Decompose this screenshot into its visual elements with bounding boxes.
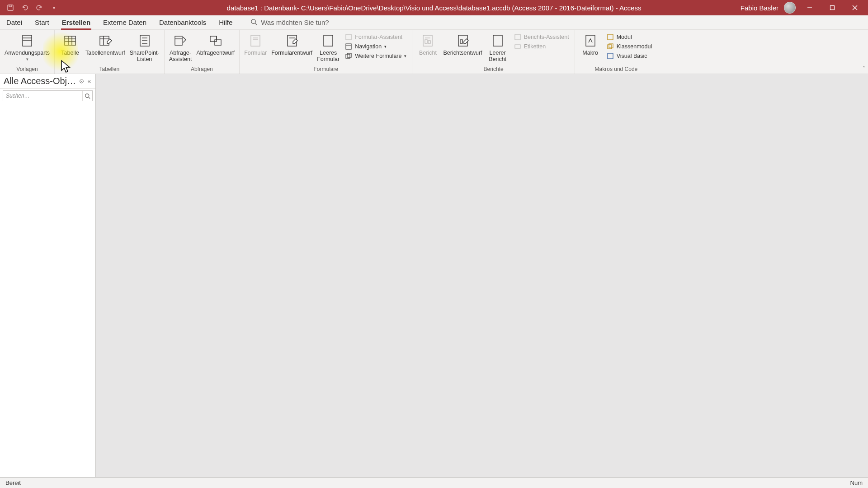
klassenmodul-button[interactable]: Klassenmodul bbox=[604, 42, 655, 51]
status-right: Num bbox=[850, 479, 863, 486]
etiketten-label: Etiketten bbox=[524, 43, 546, 50]
user-name[interactable]: Fabio Basler bbox=[741, 4, 778, 12]
abfrageentwurf-label: Abfrageentwurf bbox=[196, 50, 235, 56]
nav-collapse-icon[interactable]: « bbox=[86, 78, 93, 84]
navigation-label: Navigation bbox=[355, 43, 382, 50]
visual-basic-button[interactable]: Visual Basic bbox=[604, 52, 655, 61]
minimize-button[interactable] bbox=[801, 0, 818, 15]
report-icon bbox=[420, 33, 436, 49]
table-icon bbox=[62, 33, 78, 49]
svg-rect-39 bbox=[423, 35, 432, 46]
svg-rect-38 bbox=[347, 53, 351, 57]
modul-button[interactable]: Modul bbox=[604, 33, 655, 42]
svg-rect-23 bbox=[175, 36, 182, 45]
group-label-abfragen: Abfragen bbox=[191, 65, 213, 74]
formular-assistent-button: Formular-Assistent bbox=[342, 33, 409, 42]
anwendungsparts-label: Anwendungsparts bbox=[5, 50, 50, 56]
svg-rect-33 bbox=[324, 35, 333, 46]
svg-point-6 bbox=[251, 19, 255, 23]
titlebar: ▾ database1 : Datenbank- C:\Users\Fabio\… bbox=[0, 0, 868, 15]
tab-hilfe[interactable]: Hilfe bbox=[212, 15, 239, 30]
sharepoint-listen-button[interactable]: SharePoint- Listen bbox=[128, 32, 161, 64]
collapse-ribbon-icon[interactable]: ˄ bbox=[863, 66, 865, 72]
svg-rect-41 bbox=[425, 40, 427, 43]
maximize-button[interactable] bbox=[824, 0, 841, 15]
klassenmodul-label: Klassenmodul bbox=[617, 43, 652, 50]
labels-icon bbox=[514, 43, 521, 50]
report-design-icon bbox=[455, 33, 471, 49]
tab-start[interactable]: Start bbox=[28, 15, 56, 30]
svg-rect-47 bbox=[515, 45, 520, 48]
anwendungsparts-button[interactable]: Anwendungsparts ▾ bbox=[3, 32, 52, 63]
nav-search-button[interactable] bbox=[82, 91, 92, 101]
leeres-formular-button[interactable]: Leeres Formular bbox=[315, 32, 341, 64]
group-label-makros: Makros und Code bbox=[595, 65, 638, 74]
tab-datei[interactable]: Datei bbox=[0, 15, 28, 30]
svg-rect-48 bbox=[586, 35, 595, 46]
tell-me-input[interactable] bbox=[261, 19, 378, 26]
avatar[interactable] bbox=[784, 2, 796, 14]
svg-rect-1 bbox=[9, 5, 12, 7]
tab-externe-daten[interactable]: Externe Daten bbox=[97, 15, 153, 30]
berichts-assistent-button: Berichts-Assistent bbox=[511, 33, 572, 42]
group-label-formulare: Formulare bbox=[313, 65, 338, 74]
tabellenentwurf-label: Tabellenentwurf bbox=[85, 50, 125, 56]
close-button[interactable] bbox=[846, 0, 863, 15]
nav-dropdown-icon[interactable]: ⊙ bbox=[77, 78, 86, 84]
ribbon-group-vorlagen: Anwendungsparts ▾ Vorlagen bbox=[0, 30, 55, 74]
abfrage-assistent-label: Abfrage- Assistent bbox=[169, 50, 192, 63]
redo-icon[interactable] bbox=[35, 4, 43, 12]
abfrage-assistent-button[interactable]: Abfrage- Assistent bbox=[167, 32, 194, 64]
nav-search-input[interactable] bbox=[3, 93, 82, 99]
tab-datenbanktools[interactable]: Datenbanktools bbox=[153, 15, 212, 30]
report-wizard-icon bbox=[514, 33, 521, 41]
body-area: Alle Access-Obj… ⊙ « bbox=[0, 74, 868, 477]
leerer-bericht-button[interactable]: Leerer Bericht bbox=[485, 32, 510, 64]
etiketten-button: Etiketten bbox=[511, 42, 572, 51]
formularentwurf-label: Formularentwurf bbox=[271, 50, 312, 56]
form-wizard-icon bbox=[345, 33, 352, 41]
form-design-icon bbox=[284, 33, 300, 49]
makro-button[interactable]: Makro bbox=[578, 32, 603, 57]
window-title: database1 : Datenbank- C:\Users\Fabio\On… bbox=[227, 4, 642, 12]
svg-rect-42 bbox=[428, 41, 430, 43]
formularentwurf-button[interactable]: Formularentwurf bbox=[269, 32, 314, 57]
svg-rect-3 bbox=[830, 6, 835, 10]
berichtsentwurf-button[interactable]: Berichtsentwurf bbox=[441, 32, 484, 57]
application-parts-icon bbox=[19, 33, 35, 49]
tabellenentwurf-button[interactable]: Tabellenentwurf bbox=[84, 32, 127, 57]
weitere-formulare-button[interactable]: Weitere Formulare ▾ bbox=[342, 52, 409, 61]
berichtsentwurf-label: Berichtsentwurf bbox=[443, 50, 482, 56]
tab-erstellen[interactable]: Erstellen bbox=[56, 15, 97, 30]
qat-dropdown-icon[interactable]: ▾ bbox=[50, 4, 58, 12]
group-label-vorlagen: Vorlagen bbox=[16, 65, 38, 74]
more-forms-icon bbox=[345, 52, 352, 60]
makro-label: Makro bbox=[582, 50, 598, 56]
modul-label: Modul bbox=[617, 34, 632, 40]
query-wizard-icon bbox=[172, 33, 189, 49]
bericht-button: Bericht bbox=[415, 32, 440, 57]
visual-basic-label: Visual Basic bbox=[617, 53, 647, 59]
ribbon-group-tabellen: Tabelle Tabellenentwurf SharePoint- List… bbox=[55, 30, 165, 74]
save-icon[interactable] bbox=[6, 4, 14, 12]
navigation-button[interactable]: Navigation ▾ bbox=[342, 42, 409, 51]
nav-search[interactable] bbox=[3, 90, 93, 101]
form-icon bbox=[247, 33, 264, 49]
chevron-down-icon: ▾ bbox=[384, 44, 387, 49]
svg-rect-46 bbox=[515, 34, 520, 40]
leeres-formular-label: Leeres Formular bbox=[317, 50, 340, 63]
svg-rect-44 bbox=[460, 40, 462, 43]
query-design-icon bbox=[208, 33, 224, 49]
undo-icon[interactable] bbox=[21, 4, 29, 12]
group-label-tabellen: Tabellen bbox=[99, 65, 120, 74]
svg-rect-25 bbox=[210, 36, 217, 42]
tell-me-search[interactable] bbox=[250, 19, 378, 27]
formular-assistent-label: Formular-Assistent bbox=[355, 34, 402, 40]
svg-line-54 bbox=[89, 97, 90, 98]
svg-rect-11 bbox=[65, 36, 75, 45]
tabelle-button[interactable]: Tabelle bbox=[57, 32, 83, 57]
svg-rect-49 bbox=[608, 34, 613, 40]
abfrageentwurf-button[interactable]: Abfrageentwurf bbox=[194, 32, 236, 57]
nav-header[interactable]: Alle Access-Obj… ⊙ « bbox=[0, 74, 95, 89]
sharepoint-lists-icon bbox=[137, 33, 153, 49]
